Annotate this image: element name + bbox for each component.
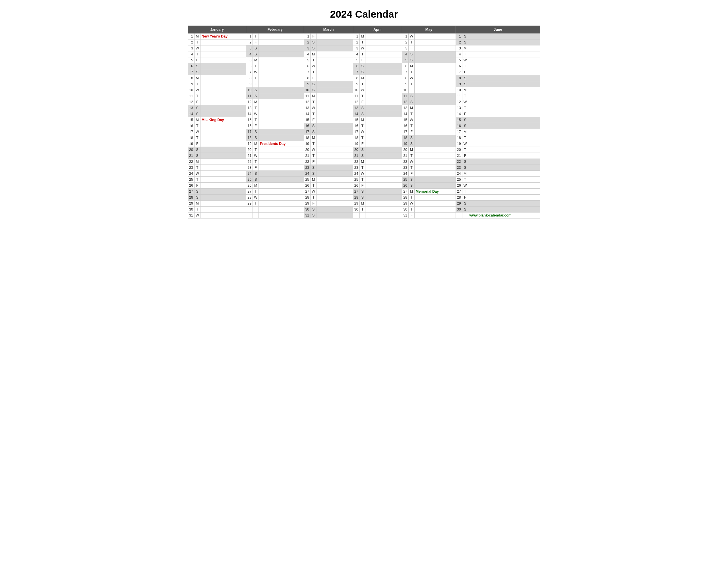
february-day-13-num: 13 — [246, 105, 253, 111]
may-day-10-letter: F — [409, 87, 415, 93]
june-day-3-num: 3 — [456, 45, 462, 51]
february-day-10-num: 10 — [246, 87, 253, 93]
june-day-12-letter: W — [462, 99, 468, 105]
february-day-26-event — [258, 183, 304, 189]
february-day-4-num: 4 — [246, 51, 253, 57]
may-day-14-event — [414, 111, 456, 117]
may-day-21-num: 21 — [402, 153, 409, 159]
may-day-25-letter: S — [409, 177, 415, 183]
february-day-2-num: 2 — [246, 40, 253, 45]
may-day-29-letter: W — [409, 201, 415, 207]
march-day-26-letter: T — [311, 183, 317, 189]
table-row: 1MNew Year's Day1T1F1M1W1S — [188, 34, 540, 40]
april-day-14-event — [365, 111, 402, 117]
april-day-25-event — [365, 177, 402, 183]
march-day-31-event — [317, 213, 353, 219]
april-day-23-num: 23 — [353, 165, 359, 171]
may-day-6-event — [414, 63, 456, 69]
june-day-22-event — [468, 159, 540, 165]
march-day-15-letter: F — [311, 117, 317, 123]
march-day-12-event — [317, 99, 353, 105]
april-day-8-num: 8 — [353, 75, 359, 81]
january-day-29-event — [200, 201, 246, 207]
april-day-9-event — [365, 81, 402, 87]
february-day-15-letter: T — [253, 117, 259, 123]
april-day-11-event — [365, 93, 402, 99]
may-day-5-num: 5 — [402, 57, 409, 63]
june-day-3-letter: M — [462, 45, 468, 51]
june-day-4-letter: T — [462, 51, 468, 57]
february-empty-29-1 — [253, 207, 259, 213]
march-day-4-letter: M — [311, 51, 317, 57]
table-row: 27S27T27W27S27MMemorial Day27T — [188, 189, 540, 195]
january-day-29-letter: M — [194, 201, 200, 207]
april-day-9-letter: T — [359, 81, 365, 87]
may-day-30-event — [414, 207, 456, 213]
april-day-6-num: 6 — [353, 63, 359, 69]
january-day-8-num: 8 — [188, 75, 195, 81]
february-day-9-letter: F — [253, 81, 259, 87]
january-day-14-event — [200, 111, 246, 117]
may-day-17-letter: F — [409, 129, 415, 135]
june-empty-30-0 — [456, 213, 462, 219]
may-day-25-event — [414, 177, 456, 183]
march-day-7-num: 7 — [304, 69, 311, 75]
january-day-20-letter: S — [194, 147, 200, 153]
april-header: April — [353, 26, 402, 34]
february-day-5-num: 5 — [246, 57, 253, 63]
march-day-30-num: 30 — [304, 207, 311, 213]
march-day-29-letter: F — [311, 201, 317, 207]
may-day-11-event — [414, 93, 456, 99]
january-day-13-letter: S — [194, 105, 200, 111]
april-day-13-event — [365, 105, 402, 111]
may-day-26-letter: S — [409, 183, 415, 189]
may-day-9-event — [414, 81, 456, 87]
april-empty-30-1 — [359, 213, 365, 219]
february-day-28-event — [258, 195, 304, 201]
may-day-7-letter: T — [409, 69, 415, 75]
january-day-19-letter: F — [194, 141, 200, 147]
march-day-11-num: 11 — [304, 93, 311, 99]
june-day-16-num: 16 — [456, 123, 462, 129]
march-day-21-letter: T — [311, 153, 317, 159]
january-day-6-num: 6 — [188, 63, 195, 69]
march-day-24-event — [317, 171, 353, 177]
january-day-23-event — [200, 165, 246, 171]
march-day-22-event — [317, 159, 353, 165]
april-day-23-letter: T — [359, 165, 365, 171]
april-empty-30-2 — [365, 213, 402, 219]
january-day-22-num: 22 — [188, 159, 195, 165]
february-day-27-letter: T — [253, 189, 259, 195]
april-day-7-num: 7 — [353, 69, 359, 75]
january-day-12-event — [200, 99, 246, 105]
june-day-24-num: 24 — [456, 171, 462, 177]
june-day-4-num: 4 — [456, 51, 462, 57]
march-day-19-letter: T — [311, 141, 317, 147]
june-day-15-num: 15 — [456, 117, 462, 123]
table-row: 14S14W14T14S14T14F — [188, 111, 540, 117]
january-day-5-num: 5 — [188, 57, 195, 63]
january-day-26-letter: F — [194, 183, 200, 189]
january-day-7-num: 7 — [188, 69, 195, 75]
june-day-30-event — [468, 207, 540, 213]
june-day-19-event — [468, 141, 540, 147]
february-empty-30-1 — [253, 213, 259, 219]
february-day-15-event — [258, 117, 304, 123]
may-day-16-event — [414, 123, 456, 129]
may-day-6-num: 6 — [402, 63, 409, 69]
may-day-14-num: 14 — [402, 111, 409, 117]
february-day-2-letter: F — [253, 40, 259, 45]
may-day-10-num: 10 — [402, 87, 409, 93]
april-day-13-letter: S — [359, 105, 365, 111]
june-day-22-num: 22 — [456, 159, 462, 165]
march-day-20-num: 20 — [304, 147, 311, 153]
june-day-4-event — [468, 51, 540, 57]
march-day-1-num: 1 — [304, 34, 311, 40]
march-day-11-letter: M — [311, 93, 317, 99]
march-day-14-num: 14 — [304, 111, 311, 117]
may-day-1-event — [414, 34, 456, 40]
may-day-18-num: 18 — [402, 135, 409, 141]
may-day-26-num: 26 — [402, 183, 409, 189]
april-day-10-event — [365, 87, 402, 93]
march-day-22-num: 22 — [304, 159, 311, 165]
